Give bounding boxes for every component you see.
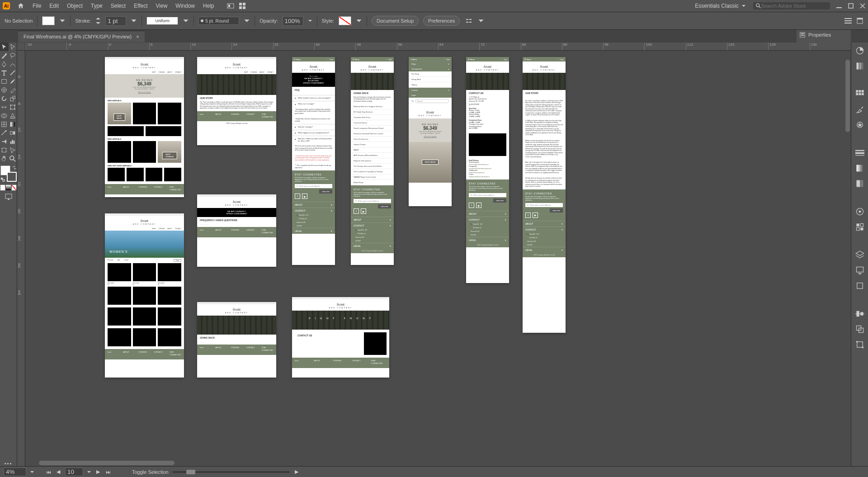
maximize-button[interactable] [848, 3, 854, 9]
gradient-panel-icon[interactable] [855, 164, 864, 173]
pathfinder-panel-icon[interactable] [855, 325, 864, 334]
opacity-dropdown-icon[interactable] [308, 19, 312, 23]
curvature-tool[interactable] [9, 60, 17, 68]
transparency-panel-icon[interactable] [855, 179, 864, 188]
zoom-tool[interactable] [9, 154, 17, 163]
document-tab[interactable]: Final Wireframes.ai @ 4% (CMYK/GPU Previ… [18, 31, 145, 42]
swap-fill-stroke-icon[interactable] [12, 165, 17, 170]
brush-dropdown-icon[interactable] [244, 18, 250, 24]
brush-picker[interactable]: 5 pt. Round [198, 17, 239, 25]
stock-search-input[interactable] [761, 3, 827, 9]
asset-export-panel-icon[interactable] [855, 266, 864, 275]
document-setup-button[interactable]: Document Setup [372, 16, 419, 26]
direct-selection-tool[interactable] [9, 43, 17, 51]
stroke-dropdown-icon[interactable] [131, 18, 137, 24]
vertical-ruler[interactable]: 0816243240485664 [17, 51, 25, 466]
menu-effect[interactable]: Effect [130, 1, 151, 11]
align-panel-icon[interactable] [855, 309, 864, 318]
none-mode[interactable] [11, 184, 17, 191]
fill-dropdown-icon[interactable] [59, 18, 66, 24]
fill-swatch[interactable] [42, 16, 55, 25]
canvas[interactable]: frontAND COMPANY SHOPCONSIGNABOUTCONTACT… [25, 51, 851, 466]
graphic-styles-panel-icon[interactable] [855, 222, 864, 231]
shape-builder-tool[interactable] [0, 111, 9, 120]
free-transform-tool[interactable] [9, 103, 17, 111]
menu-help[interactable]: Help [199, 1, 218, 11]
preferences-button[interactable]: Preferences [423, 16, 460, 26]
menu-edit[interactable]: Edit [46, 1, 62, 11]
menu-object[interactable]: Object [63, 1, 86, 11]
panel-expand-icon[interactable] [856, 17, 863, 24]
graph-tool[interactable] [9, 137, 17, 146]
close-tab-icon[interactable]: × [136, 34, 139, 39]
vertical-scrollbar[interactable] [844, 51, 851, 466]
swatches-panel-icon[interactable] [855, 90, 864, 99]
pen-tool[interactable] [0, 60, 9, 68]
selection-tool[interactable] [0, 43, 9, 51]
scale-tool[interactable] [9, 94, 17, 103]
align-link-icon[interactable] [464, 17, 473, 24]
color-mode[interactable] [0, 184, 5, 191]
stroke-color[interactable] [7, 172, 17, 182]
default-fill-stroke-icon[interactable] [0, 177, 5, 182]
gradient-tool[interactable] [9, 120, 17, 128]
menu-view[interactable]: View [152, 1, 171, 11]
color-panel-icon[interactable] [855, 46, 864, 55]
line-tool[interactable] [9, 68, 17, 77]
mesh-tool[interactable] [0, 120, 9, 128]
navigator-slider[interactable] [172, 471, 290, 473]
magic-wand-tool[interactable] [0, 51, 9, 60]
home-icon[interactable] [17, 2, 24, 9]
screen-mode[interactable] [0, 193, 17, 201]
next-artboard-button[interactable]: ▶ [95, 469, 101, 475]
symbols-panel-icon[interactable] [855, 120, 864, 129]
menu-window[interactable]: Window [172, 1, 198, 11]
menu-file[interactable]: File [29, 1, 45, 11]
prev-artboard-button[interactable]: ◀ [55, 469, 61, 475]
blend-tool[interactable] [9, 128, 17, 137]
close-window-button[interactable] [860, 3, 865, 9]
arrange-icon[interactable] [239, 2, 246, 9]
slice-tool[interactable] [9, 146, 17, 154]
stock-search[interactable] [753, 2, 830, 9]
artboard-tool[interactable] [0, 146, 9, 154]
workspace-switcher[interactable]: Essentials Classic [691, 3, 750, 9]
artboards-panel-icon[interactable] [855, 281, 864, 290]
layers-panel-icon[interactable] [855, 250, 864, 260]
transform-panel-icon[interactable] [855, 340, 864, 349]
zoom-dropdown-icon[interactable] [30, 470, 34, 474]
fill-stroke-indicator[interactable] [0, 165, 17, 182]
eyedropper-tool[interactable] [0, 128, 9, 137]
type-tool[interactable] [0, 68, 9, 77]
symbol-sprayer-tool[interactable] [0, 137, 9, 146]
app-icon[interactable]: Ai [3, 2, 10, 9]
panel-menu-icon[interactable] [844, 17, 852, 24]
bridge-icon[interactable] [227, 2, 234, 9]
gradient-mode[interactable] [5, 184, 11, 191]
last-artboard-button[interactable]: ⏭ [105, 469, 111, 475]
artboard-index-input[interactable] [65, 468, 83, 476]
shaper-tool[interactable] [0, 85, 9, 94]
width-tool[interactable] [0, 103, 9, 111]
ruler-origin[interactable] [17, 43, 25, 51]
horizontal-ruler[interactable]: -16-808162432404856647280889610411212012… [25, 43, 851, 51]
rectangle-tool[interactable] [0, 77, 9, 85]
graphic-style-swatch[interactable] [339, 16, 351, 25]
menu-select[interactable]: Select [107, 1, 129, 11]
panel-properties[interactable]: Properties [797, 30, 851, 40]
zoom-input[interactable] [4, 468, 26, 476]
stroke-stepper-icon[interactable] [95, 17, 101, 24]
minimize-button[interactable] [836, 3, 842, 9]
first-artboard-button[interactable]: ⏮ [45, 469, 52, 475]
lasso-tool[interactable] [9, 51, 17, 60]
profile-dropdown-icon[interactable] [183, 18, 189, 24]
appearance-panel-icon[interactable] [855, 207, 864, 216]
stroke-panel-icon[interactable] [855, 148, 864, 157]
style-dropdown-icon[interactable] [356, 18, 362, 24]
artboard-dropdown-icon[interactable] [87, 470, 91, 474]
hand-tool[interactable] [0, 154, 9, 163]
brushes-panel-icon[interactable] [855, 105, 864, 114]
color-guide-panel-icon[interactable] [855, 61, 864, 71]
eraser-tool[interactable] [9, 85, 17, 94]
edit-toolbar-icon[interactable]: ••• [0, 461, 17, 466]
